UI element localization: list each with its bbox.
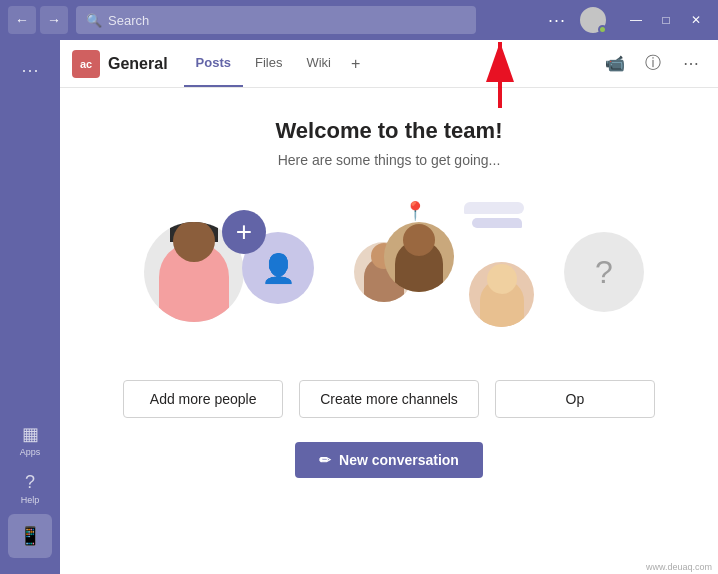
new-conversation-label: New conversation [339,452,459,468]
content-area: ac General Posts Files Wiki + 📹 ⓘ ⋯ [60,40,718,574]
sidebar-bottom: ▦ Apps ? Help 📱 [8,418,52,566]
sidebar-item-apps[interactable]: ▦ Apps [8,418,52,462]
close-button[interactable]: ✕ [682,6,710,34]
search-bar[interactable]: 🔍 Search [76,6,476,34]
left-sidebar: ⋯ ▦ Apps ? Help 📱 [0,40,60,574]
welcome-subtitle: Here are some things to get going... [278,152,501,168]
main-content: Welcome to the team! Here are some thing… [60,88,718,574]
search-icon: 🔍 [86,13,102,28]
tab-posts[interactable]: Posts [184,40,243,87]
chat-bubble-2 [472,218,522,228]
new-conversation-button[interactable]: ✏ New conversation [295,442,483,478]
sidebar-item-phone[interactable]: 📱 [8,514,52,558]
help-icon: ? [25,472,35,493]
action-buttons-row: Add more people Create more channels Op [80,380,698,418]
chat-illustration: 📍 [344,192,544,352]
more-icon: ⋯ [21,59,39,81]
phone-icon: 📱 [19,525,41,547]
add-more-people-button[interactable]: Add more people [123,380,283,418]
add-tab-button[interactable]: + [343,40,368,87]
chat-bubble-1 [464,202,524,214]
channel-header-actions: 📹 ⓘ ⋯ [600,49,706,79]
nav-controls: ← → [8,6,68,34]
info-button[interactable]: ⓘ [638,49,668,79]
title-bar-actions: ··· — □ ✕ [542,5,710,35]
more-actions-button[interactable]: ⋯ [676,49,706,79]
sidebar-item-more[interactable]: ⋯ [8,48,52,92]
ghost-person-icon: 👤 [261,252,296,285]
create-more-channels-button[interactable]: Create more channels [299,380,479,418]
illustration-row: + 👤 [80,192,698,352]
tab-files[interactable]: Files [243,40,294,87]
question-illustration: ? [564,232,644,312]
person-head [173,222,215,262]
chat-bubbles [464,202,524,228]
maximize-button[interactable]: □ [652,6,680,34]
location-pin-icon: 📍 [404,200,426,222]
add-people-illustration: + 👤 [134,192,324,352]
back-button[interactable]: ← [8,6,36,34]
user-avatar[interactable] [578,5,608,35]
welcome-title: Welcome to the team! [276,118,503,144]
channel-name: General [108,55,168,73]
main-layout: ⋯ ▦ Apps ? Help 📱 ac General Posts [0,40,718,574]
open-button[interactable]: Op [495,380,655,418]
apps-label: Apps [20,447,41,457]
window-controls: — □ ✕ [622,6,710,34]
team-avatar: ac [72,50,100,78]
add-circle-icon: + [222,210,266,254]
more-options-button[interactable]: ··· [542,6,572,34]
watermark: www.deuaq.com [646,562,712,572]
help-label: Help [21,495,40,505]
person-body [159,242,229,322]
status-dot [598,25,607,34]
sidebar-item-help[interactable]: ? Help [8,466,52,510]
tab-wiki[interactable]: Wiki [294,40,343,87]
title-bar: ← → 🔍 Search ··· — □ ✕ [0,0,718,40]
apps-icon: ▦ [22,423,39,445]
channel-tabs: Posts Files Wiki + [184,40,369,87]
compose-icon: ✏ [319,452,331,468]
chat-person-3 [469,262,534,327]
forward-button[interactable]: → [40,6,68,34]
search-placeholder: Search [108,13,149,28]
chat-person-2 [384,222,454,292]
channel-header: ac General Posts Files Wiki + 📹 ⓘ ⋯ [60,40,718,88]
minimize-button[interactable]: — [622,6,650,34]
video-button[interactable]: 📹 [600,49,630,79]
